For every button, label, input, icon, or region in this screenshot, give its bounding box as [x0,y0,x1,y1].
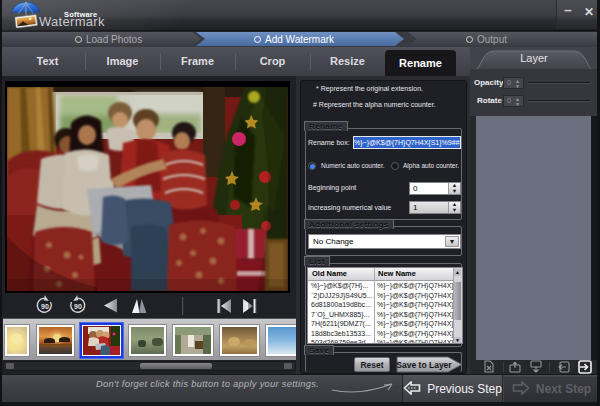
svg-text:90: 90 [41,303,49,310]
svg-text:90: 90 [74,303,82,310]
svg-text:Save to Layer: Save to Layer [396,360,452,370]
